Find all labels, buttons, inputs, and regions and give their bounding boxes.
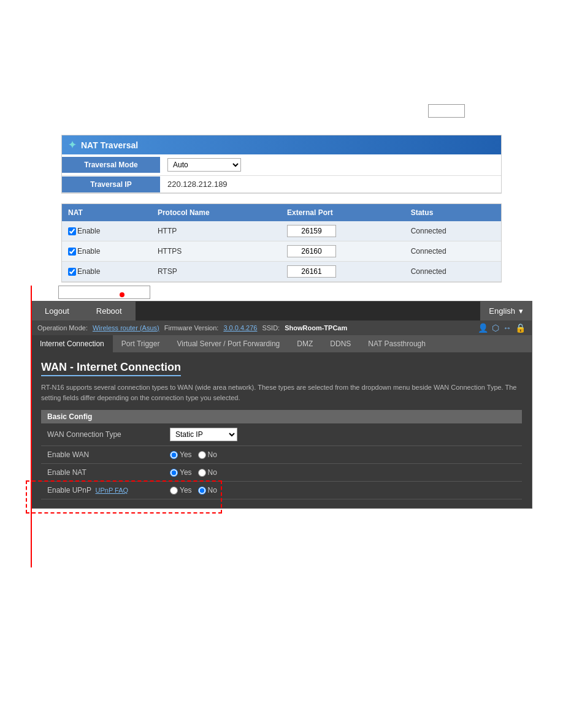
nat-traversal-section: ✦ NAT Traversal Traversal Mode Auto Manu…	[61, 135, 502, 194]
router-form-table: WAN Connection Type Static IP DHCP PPPoE…	[41, 423, 522, 499]
logout-button[interactable]: Logout	[31, 301, 83, 320]
enable-wan-no-label[interactable]: No	[198, 450, 217, 459]
enable-wan-value: Yes No	[164, 446, 522, 464]
tab-nat-passthrough[interactable]: NAT Passthrough	[359, 335, 434, 352]
enable-upnp-radio-group: Yes No	[170, 486, 516, 495]
enable-nat-yes-radio[interactable]	[170, 469, 178, 477]
nat-port-input-1[interactable]	[287, 245, 336, 257]
upnp-faq-link[interactable]: UPnP FAQ	[96, 487, 129, 494]
nat-table: NAT Protocol Name External Port Status E…	[62, 204, 501, 282]
nat-port-cell-1	[281, 241, 405, 262]
language-selector[interactable]: English ▾	[480, 301, 532, 320]
wifi-icon: ↔	[503, 323, 511, 333]
opmode-value-link[interactable]: Wireless router (Asus)	[93, 324, 159, 332]
enable-wan-yes-label[interactable]: Yes	[170, 450, 192, 459]
enable-upnp-row: Enable UPnP UPnP FAQ Yes No	[41, 482, 522, 499]
chevron-down-icon: ▾	[519, 306, 523, 316]
firmware-label: Firmware Version:	[164, 324, 219, 332]
wan-connection-type-row: WAN Connection Type Static IP DHCP PPPoE	[41, 423, 522, 446]
enable-upnp-yes-radio[interactable]	[170, 487, 178, 495]
annotation-dot	[120, 292, 124, 297]
router-topbar: Logout Reboot English ▾	[31, 301, 532, 320]
traversal-ip-row: Traversal IP 220.128.212.189	[62, 176, 501, 193]
enable-upnp-yes-label[interactable]: Yes	[170, 486, 192, 495]
enable-nat-yes-label[interactable]: Yes	[170, 468, 192, 477]
nat-enable-checkbox-0[interactable]	[68, 227, 76, 235]
traversal-mode-label: Traversal Mode	[62, 157, 160, 173]
tab-port-trigger[interactable]: Port Trigger	[113, 335, 169, 352]
enable-wan-no-radio[interactable]	[198, 451, 206, 459]
nat-table-section: NAT Protocol Name External Port Status E…	[61, 203, 502, 282]
nat-enable-cell-1: Enable	[62, 241, 151, 262]
person-icon: 👤	[478, 323, 488, 333]
nat-port-cell-0	[281, 221, 405, 241]
nat-table-row: Enable RTSP Connected	[62, 262, 501, 282]
annotation-top-box	[58, 286, 150, 299]
reboot-button[interactable]: Reboot	[83, 301, 136, 320]
traversal-mode-row: Traversal Mode Auto Manual	[62, 154, 501, 176]
basic-config-header: Basic Config	[41, 410, 522, 423]
traversal-ip-value: 220.128.212.189	[160, 176, 501, 192]
enable-nat-no-label[interactable]: No	[198, 468, 217, 477]
nat-status-cell-0: Connected	[405, 221, 501, 241]
tab-internet-connection[interactable]: Internet Connection	[31, 335, 113, 352]
tab-dmz[interactable]: DMZ	[288, 335, 321, 352]
top-area	[0, 0, 563, 135]
nat-table-row: Enable HTTPS Connected	[62, 241, 501, 262]
enable-upnp-no-label[interactable]: No	[198, 486, 217, 495]
nat-table-header-row: NAT Protocol Name External Port Status	[62, 204, 501, 221]
nat-table-row: Enable HTTP Connected	[62, 221, 501, 241]
wan-connection-type-select[interactable]: Static IP DHCP PPPoE	[170, 428, 237, 441]
nat-port-input-0[interactable]	[287, 225, 336, 237]
wan-connection-type-value: Static IP DHCP PPPoE	[164, 423, 522, 446]
nat-enable-label-0: Enable	[77, 227, 100, 235]
top-annotation-box	[428, 104, 465, 118]
nat-protocol-cell-1: HTTPS	[151, 241, 281, 262]
nat-protocol-cell-0: HTTP	[151, 221, 281, 241]
traversal-mode-select[interactable]: Auto Manual	[167, 158, 241, 172]
col-status: Status	[405, 204, 501, 221]
nat-enable-label-1: Enable	[77, 247, 100, 256]
enable-wan-row: Enable WAN Yes No	[41, 446, 522, 464]
enable-wan-label: Enable WAN	[41, 446, 164, 464]
tab-ddns[interactable]: DDNS	[321, 335, 359, 352]
enable-nat-no-radio[interactable]	[198, 469, 206, 477]
tab-virtual-server[interactable]: Virtual Server / Port Forwarding	[168, 335, 288, 352]
router-description: RT-N16 supports several connection types…	[41, 382, 522, 403]
enable-nat-value: Yes No	[164, 464, 522, 482]
col-nat: NAT	[62, 204, 151, 221]
enable-nat-label: Enable NAT	[41, 464, 164, 482]
col-port: External Port	[281, 204, 405, 221]
col-protocol: Protocol Name	[151, 204, 281, 221]
nat-status-cell-1: Connected	[405, 241, 501, 262]
router-page-title: WAN - Internet Connection	[41, 361, 181, 376]
nat-status-cell-2: Connected	[405, 262, 501, 282]
enable-wan-yes-radio[interactable]	[170, 451, 178, 459]
nat-enable-cell-0: Enable	[62, 221, 151, 241]
annotation-line-left	[31, 286, 32, 567]
nat-enable-checkbox-2[interactable]	[68, 268, 76, 276]
network-icon: ⬡	[492, 323, 499, 333]
opmode-label: Operation Mode:	[37, 324, 88, 332]
router-panel-wrapper: Logout Reboot English ▾ Operation Mode: …	[31, 301, 532, 509]
language-label: English	[489, 306, 515, 316]
nat-enable-checkbox-1[interactable]	[68, 248, 76, 256]
router-content: WAN - Internet Connection RT-N16 support…	[31, 352, 532, 508]
nat-traversal-header: ✦ NAT Traversal	[62, 135, 501, 154]
router-ui: Logout Reboot English ▾ Operation Mode: …	[31, 301, 532, 509]
nat-traversal-title: NAT Traversal	[81, 140, 138, 150]
enable-upnp-value: Yes No	[164, 482, 522, 499]
enable-nat-radio-group: Yes No	[170, 468, 516, 477]
traversal-ip-label: Traversal IP	[62, 176, 160, 192]
wan-connection-type-label: WAN Connection Type	[41, 423, 164, 446]
nat-enable-cell-2: Enable	[62, 262, 151, 282]
nat-enable-label-2: Enable	[77, 267, 100, 276]
firmware-value-link[interactable]: 3.0.0.4.276	[223, 324, 257, 332]
ssid-label: SSID:	[262, 324, 280, 332]
lock-icon: 🔒	[515, 323, 526, 333]
nat-protocol-cell-2: RTSP	[151, 262, 281, 282]
router-tabs: Internet Connection Port Trigger Virtual…	[31, 335, 532, 352]
nat-port-cell-2	[281, 262, 405, 282]
nat-port-input-2[interactable]	[287, 265, 336, 278]
enable-upnp-no-radio[interactable]	[198, 487, 206, 495]
